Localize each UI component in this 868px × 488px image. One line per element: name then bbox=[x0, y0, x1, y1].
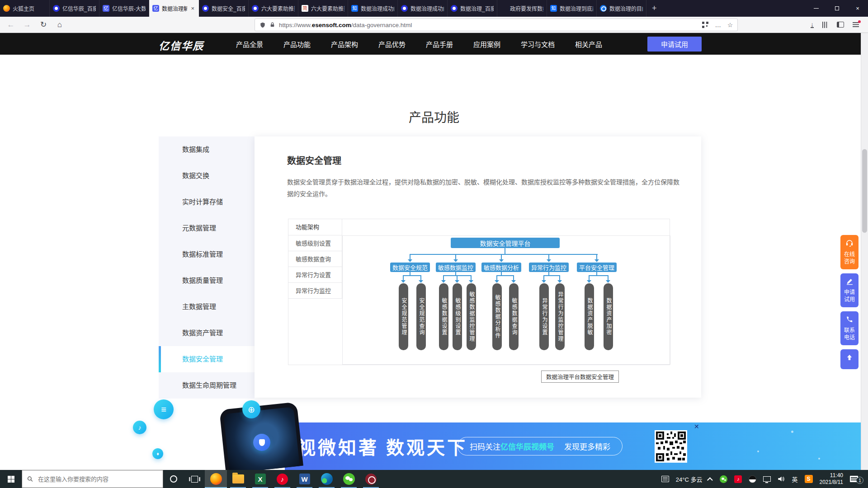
nav-item[interactable]: 产品功能 bbox=[283, 39, 311, 49]
back-to-top-button[interactable] bbox=[840, 349, 859, 369]
tab-title: 数据治理成功的 bbox=[361, 5, 394, 12]
notification-icon[interactable]: 1 bbox=[850, 476, 858, 482]
tab-title: 政府要发挥数据治理 bbox=[510, 5, 543, 12]
sidebar-item[interactable]: 数据资产管理 bbox=[159, 320, 255, 346]
tab-function-architecture[interactable]: 功能架构 bbox=[288, 219, 342, 235]
tab-close-icon[interactable]: × bbox=[190, 5, 195, 12]
globe-icon: ⊕ bbox=[242, 400, 260, 418]
sidebar-item[interactable]: 数据交换 bbox=[159, 163, 255, 189]
trial-cta-button[interactable]: 申请试用 bbox=[647, 37, 702, 52]
close-button[interactable]: × bbox=[847, 0, 868, 17]
netease-tray-icon[interactable]: ♪ bbox=[734, 475, 742, 483]
minimize-button[interactable] bbox=[806, 0, 826, 17]
banner-qr-code bbox=[655, 430, 687, 463]
qq-tray-icon[interactable] bbox=[749, 475, 756, 483]
wechat-tray-icon[interactable] bbox=[720, 475, 727, 483]
explorer-app-icon[interactable] bbox=[227, 470, 249, 488]
browser-tab[interactable]: 数据治理的目的 bbox=[597, 0, 646, 17]
downloads-icon[interactable]: ↓ bbox=[811, 22, 814, 28]
sidebar-item[interactable]: 实时计算存储 bbox=[159, 189, 255, 215]
reload-icon[interactable]: ↻ bbox=[36, 20, 51, 29]
firefox-app-icon[interactable] bbox=[205, 470, 227, 488]
diagram-branch-node: 平台安全管理 bbox=[577, 263, 617, 272]
excel-app-icon[interactable]: X bbox=[249, 470, 271, 488]
sidebar-item[interactable]: 数据标准管理 bbox=[159, 241, 255, 267]
floating-contact-bar: 在线咨询申请试用联系电话 bbox=[840, 235, 859, 369]
restore-button[interactable] bbox=[826, 0, 847, 17]
sidebar-item[interactable]: 数据安全管理 bbox=[159, 346, 255, 372]
nav-item[interactable]: 应用案例 bbox=[473, 39, 500, 49]
shield-badge-icon bbox=[253, 434, 270, 451]
banner-close-icon[interactable]: ✕ bbox=[694, 423, 699, 430]
library-icon[interactable] bbox=[822, 22, 828, 28]
input-language[interactable]: 英 bbox=[792, 475, 797, 483]
speaker-icon[interactable] bbox=[778, 476, 785, 482]
taskbar-clock[interactable]: 11:402021/8/11 bbox=[820, 472, 844, 486]
section-heading: 数据安全管理 bbox=[287, 154, 341, 167]
float-headset-button[interactable]: 在线咨询 bbox=[840, 235, 859, 269]
sidebars-icon[interactable] bbox=[837, 22, 844, 28]
scrollbar-thumb[interactable] bbox=[862, 149, 867, 233]
sidebar-item[interactable]: 数据质量管理 bbox=[159, 267, 255, 294]
diagram-leaf-bar: 敏感数据设置 bbox=[439, 283, 448, 350]
netease-music-app-icon[interactable]: ♪ bbox=[271, 470, 293, 488]
shield-icon[interactable] bbox=[259, 22, 266, 28]
zhihu-favicon bbox=[550, 5, 557, 12]
browser-tab[interactable]: 数据安全_百度百 bbox=[199, 0, 249, 17]
home-icon[interactable]: ⌂ bbox=[52, 20, 67, 29]
page-actions-icon[interactable]: … bbox=[715, 22, 721, 28]
sidebar-item[interactable]: 数据生命周期管理 bbox=[159, 372, 255, 399]
esen-favicon bbox=[152, 5, 159, 12]
bookmark-star-icon[interactable]: ☆ bbox=[727, 21, 733, 28]
meeting-app-icon[interactable] bbox=[360, 470, 382, 488]
browser-tab[interactable]: 亿信华辰-大数据 bbox=[99, 0, 149, 17]
address-bar[interactable]: https://www.esensoft.com/data-governance… bbox=[255, 19, 738, 31]
edge-app-icon[interactable] bbox=[316, 470, 338, 488]
sogou-icon[interactable]: S bbox=[805, 475, 813, 483]
task-view-icon[interactable] bbox=[184, 470, 205, 488]
feature-subtab[interactable]: 异常行为设置 bbox=[288, 267, 342, 283]
browser-tab[interactable]: 火狐主页 bbox=[0, 0, 50, 17]
nav-item[interactable]: 产品优势 bbox=[378, 39, 406, 49]
browser-tab[interactable]: 六大要素助推数 bbox=[249, 0, 298, 17]
sidebar-item[interactable]: 数据集成 bbox=[159, 136, 255, 163]
nav-item[interactable]: 相关产品 bbox=[575, 39, 602, 49]
menu-icon[interactable] bbox=[853, 22, 859, 27]
hidden-icons-chevron[interactable] bbox=[707, 477, 713, 483]
nav-item[interactable]: 产品手册 bbox=[426, 39, 453, 49]
weather-text[interactable]: 24°C 多云 bbox=[676, 475, 703, 483]
sidebar-item[interactable]: 元数据管理 bbox=[159, 215, 255, 241]
taskbar-search[interactable] bbox=[22, 470, 163, 488]
search-input[interactable] bbox=[37, 475, 158, 483]
nav-item[interactable]: 产品架构 bbox=[331, 39, 358, 49]
browser-tab[interactable]: 数据治理到底能 bbox=[547, 0, 597, 17]
browser-tab[interactable]: 亿信华辰_百度搜 bbox=[50, 0, 99, 17]
back-icon[interactable]: ← bbox=[4, 20, 18, 29]
browser-tab[interactable]: 数据治理成功的 bbox=[348, 0, 398, 17]
browser-tab[interactable]: 六大要素助推数 bbox=[298, 0, 348, 17]
float-phone-button[interactable]: 联系电话 bbox=[840, 311, 859, 345]
qr-action-icon[interactable] bbox=[702, 22, 708, 28]
display-icon[interactable] bbox=[763, 476, 771, 482]
wechat-app-icon[interactable] bbox=[338, 470, 360, 488]
site-logo[interactable]: 亿信华辰 bbox=[159, 38, 204, 53]
feature-subtab[interactable]: 异常行为监控 bbox=[288, 283, 342, 299]
news-icon[interactable] bbox=[661, 476, 669, 482]
url-text[interactable]: https://www.esensoft.com/data-governance… bbox=[279, 22, 412, 28]
cortana-icon[interactable] bbox=[163, 470, 184, 488]
feature-subtab[interactable]: 敏感级别设置 bbox=[288, 235, 342, 251]
start-button[interactable] bbox=[0, 470, 22, 488]
float-pencil-button[interactable]: 申请试用 bbox=[840, 273, 859, 307]
nav-item[interactable]: 产品全景 bbox=[236, 39, 263, 49]
browser-tab[interactable]: 政府要发挥数据治理 bbox=[497, 0, 547, 17]
feature-subtab[interactable]: 敏感数据查询 bbox=[288, 251, 342, 267]
nav-item[interactable]: 学习与文档 bbox=[521, 39, 555, 49]
new-tab-button[interactable]: + bbox=[646, 0, 662, 17]
word-app-icon[interactable]: W bbox=[293, 470, 316, 488]
sidebar-item[interactable]: 主数据管理 bbox=[159, 294, 255, 320]
browser-tab[interactable]: 数据治理解决× bbox=[149, 0, 199, 17]
forward-icon[interactable]: → bbox=[20, 20, 34, 29]
feature-box: 功能架构 敏感级别设置敏感数据查询异常行为设置异常行为监控 数据安全管理平台数据… bbox=[288, 219, 670, 365]
browser-tab[interactable]: 数据治理_百度百 bbox=[448, 0, 497, 17]
browser-tab[interactable]: 数据治理成功的 bbox=[398, 0, 448, 17]
